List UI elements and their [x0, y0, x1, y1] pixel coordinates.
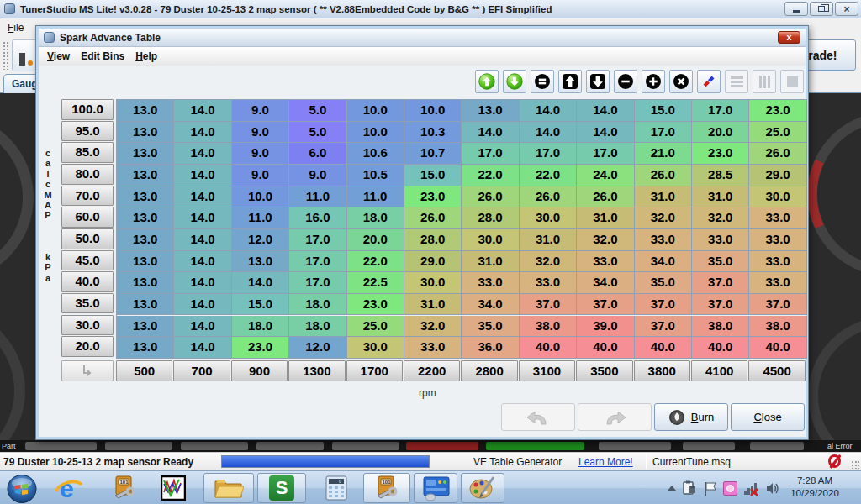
spark-value-cell[interactable]: 38.0 — [692, 316, 749, 338]
close-button[interactable]: × — [835, 2, 858, 16]
spark-value-cell[interactable]: 10.0 — [404, 100, 462, 122]
spark-value-cell[interactable]: 20.0 — [347, 229, 404, 251]
spark-value-cell[interactable]: 22.0 — [347, 251, 404, 273]
spark-value-cell[interactable]: 30.0 — [347, 337, 404, 359]
x-bin-cell[interactable]: 1700 — [346, 360, 403, 381]
spark-value-cell[interactable]: 17.0 — [289, 229, 346, 251]
dialog-menu-help[interactable]: Help — [135, 50, 157, 62]
spark-value-cell[interactable]: 31.0 — [520, 229, 577, 251]
burn-button[interactable]: Burn — [654, 403, 728, 431]
spark-value-cell[interactable]: 33.0 — [462, 272, 519, 294]
spark-value-cell[interactable]: 18.0 — [232, 316, 289, 338]
y-bin-cell[interactable]: 40.0 — [61, 271, 114, 292]
spark-value-cell[interactable]: 28.0 — [462, 207, 519, 229]
spark-value-cell[interactable]: 15.0 — [232, 294, 289, 316]
calculator-icon[interactable]: 0 — [325, 475, 348, 501]
spark-value-cell[interactable]: 15.0 — [404, 165, 462, 186]
spark-value-cell[interactable]: 10.0 — [232, 186, 289, 208]
dialog-close-button[interactable]: x — [778, 31, 800, 44]
snagit-taskbar-button[interactable]: S — [257, 473, 306, 503]
spark-value-cell[interactable]: 26.0 — [749, 143, 806, 165]
rows-button[interactable] — [725, 70, 748, 93]
y-bin-cell[interactable]: 100.0 — [61, 99, 114, 120]
multiply-button[interactable] — [669, 70, 693, 93]
x-bin-cell[interactable]: 4500 — [748, 360, 805, 381]
spark-value-cell[interactable]: 17.0 — [462, 143, 519, 165]
start-button[interactable] — [7, 475, 37, 503]
gauge-tab[interactable] — [332, 442, 399, 450]
spark-value-cell[interactable]: 11.0 — [347, 186, 404, 208]
spark-value-cell[interactable]: 39.0 — [577, 316, 634, 338]
cols-button[interactable] — [753, 70, 776, 93]
x-bin-cell[interactable]: 500 — [116, 360, 172, 381]
network-icon[interactable] — [743, 481, 759, 496]
spark-value-cell[interactable]: 15.0 — [635, 100, 692, 122]
spark-value-cell[interactable]: 23.0 — [232, 337, 289, 359]
spark-value-cell[interactable]: 14.0 — [520, 100, 577, 122]
explorer-taskbar-button[interactable] — [203, 473, 254, 503]
record-indicator-icon[interactable] — [828, 454, 843, 470]
close-dialog-button[interactable]: Close — [731, 403, 805, 431]
spark-value-cell[interactable]: 13.0 — [117, 100, 174, 122]
spark-value-cell[interactable]: 28.5 — [692, 165, 749, 186]
pink-app-icon[interactable] — [723, 481, 737, 496]
spark-value-cell[interactable]: 12.0 — [289, 337, 346, 359]
spark-value-cell[interactable]: 26.0 — [520, 186, 577, 208]
redo-button[interactable] — [578, 403, 652, 431]
spark-value-cell[interactable]: 18.0 — [289, 294, 346, 316]
spark-value-cell[interactable]: 20.0 — [692, 122, 749, 144]
spark-value-cell[interactable]: 37.0 — [692, 294, 749, 316]
spark-value-cell[interactable]: 11.0 — [232, 207, 289, 229]
spark-value-cell[interactable]: 22.0 — [462, 165, 519, 186]
dialog-menu-edit-bins[interactable]: Edit Bins — [81, 50, 124, 62]
spark-value-cell[interactable]: 35.0 — [462, 316, 519, 338]
increment-button[interactable] — [642, 70, 665, 93]
internet-explorer-icon[interactable]: e — [53, 475, 85, 503]
spark-value-cell[interactable]: 37.0 — [635, 316, 692, 338]
dialog-menu-view[interactable]: View — [47, 50, 70, 62]
spark-value-cell[interactable]: 26.0 — [404, 207, 462, 229]
spark-value-cell[interactable]: 21.0 — [635, 143, 692, 165]
spark-value-cell[interactable]: 33.0 — [749, 251, 806, 273]
spark-value-cell[interactable]: 13.0 — [117, 316, 174, 338]
spark-value-cell[interactable]: 17.0 — [289, 251, 346, 273]
spark-value-cell[interactable]: 14.0 — [174, 186, 231, 208]
spark-value-cell[interactable]: 17.0 — [577, 143, 634, 165]
spark-value-cell[interactable]: 10.7 — [404, 143, 462, 165]
megalogviewer-icon[interactable] — [160, 475, 187, 501]
spark-value-cell[interactable]: 14.0 — [520, 122, 577, 144]
spark-value-cell[interactable]: 13.0 — [117, 207, 174, 229]
spark-value-cell[interactable]: 25.0 — [347, 316, 404, 338]
y-bin-cell[interactable]: 85.0 — [61, 142, 114, 163]
spark-value-cell[interactable]: 31.0 — [577, 207, 634, 229]
spark-value-cell[interactable]: 28.0 — [404, 229, 462, 251]
spark-value-cell[interactable]: 14.0 — [174, 272, 231, 294]
spark-value-cell[interactable]: 17.0 — [692, 100, 749, 122]
tunerstudio-taskbar-button[interactable]: 101 — [363, 473, 410, 503]
spark-value-cell[interactable]: 32.0 — [692, 207, 749, 229]
gauge-tab[interactable] — [750, 442, 804, 450]
spark-value-cell[interactable]: 23.0 — [749, 100, 806, 122]
spark-value-cell[interactable]: 40.0 — [635, 337, 692, 359]
spark-value-cell[interactable]: 33.0 — [692, 229, 749, 251]
spark-value-cell[interactable]: 9.0 — [232, 143, 289, 165]
spark-value-cell[interactable]: 13.0 — [117, 272, 174, 294]
x-bin-cell[interactable]: 700 — [173, 360, 230, 381]
action-center-flag-icon[interactable] — [703, 481, 717, 496]
spark-value-cell[interactable]: 38.0 — [749, 316, 806, 338]
spark-value-cell[interactable]: 33.0 — [749, 207, 806, 229]
spark-value-cell[interactable]: 13.0 — [462, 100, 519, 122]
y-bin-cell[interactable]: 30.0 — [61, 315, 114, 336]
spark-value-cell[interactable]: 33.0 — [749, 272, 806, 294]
spark-value-cell[interactable]: 13.0 — [117, 337, 174, 359]
spark-value-cell[interactable]: 13.0 — [117, 294, 174, 316]
gauge-tab[interactable] — [486, 442, 584, 450]
gauge-tab[interactable] — [25, 442, 97, 450]
spark-value-cell[interactable]: 23.0 — [347, 294, 404, 316]
spark-value-cell[interactable]: 32.0 — [577, 229, 634, 251]
x-bin-cell[interactable]: 2800 — [461, 360, 517, 381]
y-bin-cell[interactable]: 20.0 — [61, 336, 114, 357]
gauge-tab[interactable] — [181, 442, 248, 450]
y-bin-cell[interactable]: 45.0 — [61, 250, 114, 271]
show-hidden-icons[interactable] — [668, 486, 676, 491]
